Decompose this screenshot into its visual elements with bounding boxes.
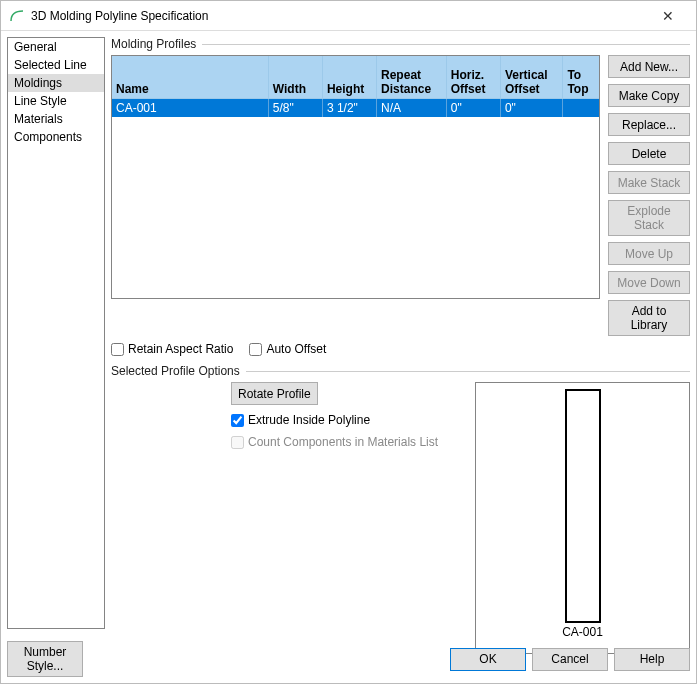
col-repeat[interactable]: Repeat Distance (377, 56, 447, 98)
profile-shape (565, 389, 601, 623)
selected-profile-options-group: Selected Profile Options (111, 364, 690, 378)
app-icon (9, 8, 25, 24)
ok-button[interactable]: OK (450, 648, 526, 671)
rotate-profile-button[interactable]: Rotate Profile (231, 382, 318, 405)
add-to-library-button[interactable]: Add to Library (608, 300, 690, 336)
cell-totop[interactable] (563, 98, 599, 117)
table-row[interactable]: CA-001 5/8" 3 1/2" N/A 0" 0" (112, 98, 599, 117)
make-copy-button[interactable]: Make Copy (608, 84, 690, 107)
titlebar: 3D Molding Polyline Specification ✕ (1, 1, 696, 31)
cell-repeat[interactable]: N/A (377, 98, 447, 117)
nav-general[interactable]: General (8, 38, 104, 56)
number-style-button[interactable]: Number Style... (7, 641, 83, 677)
move-down-button: Move Down (608, 271, 690, 294)
col-voff[interactable]: Vertical Offset (500, 56, 563, 98)
cell-name[interactable]: CA-001 (112, 98, 268, 117)
count-components-checkbox: Count Components in Materials List (231, 435, 438, 449)
window-title: 3D Molding Polyline Specification (31, 9, 648, 23)
close-button[interactable]: ✕ (648, 8, 688, 24)
col-totop[interactable]: To Top (563, 56, 599, 98)
retain-aspect-checkbox[interactable]: Retain Aspect Ratio (111, 342, 233, 356)
cell-height[interactable]: 3 1/2" (322, 98, 376, 117)
nav-line-style[interactable]: Line Style (8, 92, 104, 110)
nav-components[interactable]: Components (8, 128, 104, 146)
cell-width[interactable]: 5/8" (268, 98, 322, 117)
move-up-button: Move Up (608, 242, 690, 265)
extrude-label: Extrude Inside Polyline (248, 413, 370, 427)
sidebar: General Selected Line Moldings Line Styl… (7, 37, 105, 629)
delete-button[interactable]: Delete (608, 142, 690, 165)
profiles-table[interactable]: Name Width Height Repeat Distance Horiz.… (111, 55, 600, 299)
help-button[interactable]: Help (614, 648, 690, 671)
profile-preview: CA-001 (475, 382, 690, 654)
add-new-button[interactable]: Add New... (608, 55, 690, 78)
nav-materials[interactable]: Materials (8, 110, 104, 128)
auto-offset-label: Auto Offset (266, 342, 326, 356)
selected-profile-options-label: Selected Profile Options (111, 364, 240, 378)
explode-stack-button: Explode Stack (608, 200, 690, 236)
col-width[interactable]: Width (268, 56, 322, 98)
make-stack-button: Make Stack (608, 171, 690, 194)
col-height[interactable]: Height (322, 56, 376, 98)
col-name[interactable]: Name (112, 56, 268, 98)
count-components-label: Count Components in Materials List (248, 435, 438, 449)
cell-voff[interactable]: 0" (500, 98, 563, 117)
molding-profiles-group: Molding Profiles (111, 37, 690, 51)
molding-profiles-label: Molding Profiles (111, 37, 196, 51)
auto-offset-checkbox[interactable]: Auto Offset (249, 342, 326, 356)
nav-selected-line[interactable]: Selected Line (8, 56, 104, 74)
replace-button[interactable]: Replace... (608, 113, 690, 136)
col-hoff[interactable]: Horiz. Offset (446, 56, 500, 98)
nav-moldings[interactable]: Moldings (8, 74, 104, 92)
retain-aspect-label: Retain Aspect Ratio (128, 342, 233, 356)
cell-hoff[interactable]: 0" (446, 98, 500, 117)
extrude-checkbox[interactable]: Extrude Inside Polyline (231, 413, 370, 427)
cancel-button[interactable]: Cancel (532, 648, 608, 671)
